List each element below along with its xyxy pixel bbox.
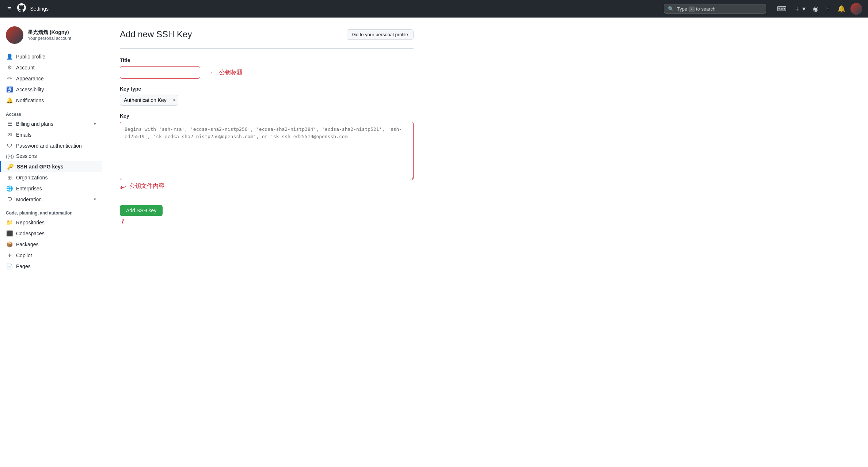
chevron-down-icon: ▾ bbox=[94, 197, 96, 202]
go-to-profile-button[interactable]: Go to your personal profile bbox=[347, 29, 414, 40]
search-icon: 🔍 bbox=[668, 6, 674, 12]
key-type-select-wrapper: Authentication Key Signing Key ▾ bbox=[120, 95, 178, 106]
user-name: 星光熠熠 (Kogny) bbox=[28, 29, 71, 36]
key-icon: 🔑 bbox=[7, 163, 14, 170]
sidebar-item-label: Sessions bbox=[16, 153, 37, 159]
top-navigation: ≡ Settings 🔍 Type / to search ⌨ ＋ ▾ ◉ ⑂ … bbox=[0, 0, 868, 18]
organization-icon: ⊞ bbox=[6, 174, 13, 181]
sidebar-item-appearance[interactable]: ✏ Appearance bbox=[0, 73, 102, 84]
bell-icon: 🔔 bbox=[6, 97, 13, 104]
sidebar-item-label: Enterprises bbox=[16, 186, 42, 191]
circle-dot-icon: ◉ bbox=[813, 5, 819, 13]
title-input[interactable] bbox=[120, 66, 200, 79]
btn-annotation: ↗ bbox=[120, 217, 414, 225]
accessibility-icon: ♿ bbox=[6, 86, 13, 93]
git-pull-request-icon: ⑂ bbox=[826, 5, 830, 13]
sidebar-item-label: Codespaces bbox=[16, 231, 45, 236]
shield-icon: 🛡 bbox=[6, 143, 13, 149]
sidebar-item-label: Repositories bbox=[16, 220, 45, 225]
sidebar-item-account[interactable]: ⚙ Account bbox=[0, 62, 102, 73]
search-text: Type / to search bbox=[677, 6, 762, 12]
add-ssh-key-button[interactable]: Add SSH key bbox=[120, 205, 163, 216]
package-icon: 📦 bbox=[6, 241, 13, 248]
sidebar-item-codespaces[interactable]: ⬛ Codespaces bbox=[0, 228, 102, 239]
key-label: Key bbox=[120, 113, 414, 119]
key-type-section: Key type Authentication Key Signing Key … bbox=[120, 86, 414, 106]
title-label: Title bbox=[120, 57, 414, 63]
sidebar-item-label: Pages bbox=[16, 263, 31, 269]
sidebar-item-password[interactable]: 🛡 Password and authentication bbox=[0, 140, 102, 151]
issues-button[interactable]: ◉ bbox=[811, 3, 821, 14]
user-info: 星光熠熠 (Kogny) Your personal account bbox=[28, 29, 71, 41]
sidebar-item-notifications[interactable]: 🔔 Notifications bbox=[0, 95, 102, 106]
key-area: ↙ 公钥文件内容 bbox=[120, 122, 414, 192]
arrow-annotation: → bbox=[206, 68, 213, 77]
hamburger-button[interactable]: ≡ bbox=[6, 4, 13, 14]
repo-icon: 📁 bbox=[6, 219, 13, 226]
codespaces-icon: ⬛ bbox=[6, 230, 13, 237]
sidebar-item-ssh-gpg[interactable]: 🔑 SSH and GPG keys bbox=[0, 161, 102, 172]
key-section: Key ↙ 公钥文件内容 bbox=[120, 113, 414, 192]
pullrequest-button[interactable]: ⑂ bbox=[824, 4, 832, 14]
user-profile: 星光熠熠 (Kogny) Your personal account bbox=[0, 26, 102, 51]
sidebar-item-public-profile[interactable]: 👤 Public profile bbox=[0, 51, 102, 62]
sidebar-item-repositories[interactable]: 📁 Repositories bbox=[0, 217, 102, 228]
sidebar-item-label: Moderation bbox=[16, 197, 42, 202]
sidebar: 星光熠熠 (Kogny) Your personal account 👤 Pub… bbox=[0, 18, 102, 467]
sidebar-item-label: Billing and plans bbox=[16, 121, 53, 127]
sidebar-item-label: Notifications bbox=[16, 98, 44, 103]
sidebar-item-pages[interactable]: 📄 Pages bbox=[0, 261, 102, 272]
person-icon: 👤 bbox=[6, 53, 13, 60]
sidebar-item-sessions[interactable]: ((•)) Sessions bbox=[0, 151, 102, 161]
sidebar-item-packages[interactable]: 📦 Packages bbox=[0, 239, 102, 250]
sidebar-item-billing[interactable]: ☰ Billing and plans ▾ bbox=[0, 118, 102, 129]
copilot-icon: ✈ bbox=[6, 252, 13, 259]
create-button[interactable]: ＋ ▾ bbox=[792, 3, 808, 15]
sidebar-item-label: SSH and GPG keys bbox=[17, 164, 64, 170]
main-content: Add new SSH Key Go to your personal prof… bbox=[102, 18, 431, 467]
title-annotation: 公钥标题 bbox=[219, 69, 243, 76]
key-type-select[interactable]: Authentication Key Signing Key bbox=[120, 95, 178, 106]
annotation-arrow-up: ↗ bbox=[118, 217, 127, 227]
key-type-label: Key type bbox=[120, 86, 414, 92]
user-avatar bbox=[6, 26, 23, 44]
page-title: Add new SSH Key bbox=[120, 29, 192, 39]
broadcast-icon: ((•)) bbox=[6, 153, 13, 159]
sidebar-item-copilot[interactable]: ✈ Copilot bbox=[0, 250, 102, 261]
sidebar-nav-access: ☰ Billing and plans ▾ ✉ Emails 🛡 Passwor… bbox=[0, 118, 102, 205]
sidebar-item-enterprises[interactable]: 🌐 Enterprises bbox=[0, 183, 102, 194]
pages-icon: 📄 bbox=[6, 263, 13, 270]
terminal-icon: ⌨ bbox=[777, 5, 787, 13]
sidebar-nav-code: 📁 Repositories ⬛ Codespaces 📦 Packages ✈… bbox=[0, 217, 102, 272]
sidebar-item-label: Organizations bbox=[16, 175, 47, 181]
sidebar-item-label: Account bbox=[16, 65, 35, 71]
sidebar-item-label: Copilot bbox=[16, 253, 32, 258]
user-sub: Your personal account bbox=[28, 36, 71, 41]
terminal-button[interactable]: ⌨ bbox=[775, 3, 789, 14]
topnav-actions: ⌨ ＋ ▾ ◉ ⑂ 🔔 bbox=[775, 3, 862, 15]
sidebar-item-moderation[interactable]: 🗨 Moderation ▾ bbox=[0, 194, 102, 205]
sidebar-item-accessibility[interactable]: ♿ Accessibility bbox=[0, 84, 102, 95]
comment-icon: 🗨 bbox=[6, 196, 13, 202]
annotation-arrow-down: ↙ bbox=[118, 181, 129, 193]
access-section-label: Access bbox=[0, 106, 102, 118]
sidebar-item-label: Appearance bbox=[16, 76, 44, 81]
paintbrush-icon: ✏ bbox=[6, 75, 13, 82]
sidebar-item-organizations[interactable]: ⊞ Organizations bbox=[0, 172, 102, 183]
sidebar-item-label: Accessibility bbox=[16, 87, 44, 92]
inbox-icon: 🔔 bbox=[837, 5, 845, 13]
settings-label: Settings bbox=[30, 6, 49, 12]
sidebar-item-label: Public profile bbox=[16, 54, 45, 60]
sidebar-item-emails[interactable]: ✉ Emails bbox=[0, 129, 102, 140]
inbox-button[interactable]: 🔔 bbox=[835, 3, 848, 14]
search-bar[interactable]: 🔍 Type / to search bbox=[664, 4, 766, 14]
sidebar-nav-main: 👤 Public profile ⚙ Account ✏ Appearance … bbox=[0, 51, 102, 106]
sidebar-item-label: Password and authentication bbox=[16, 143, 82, 149]
key-annotation-row: ↙ 公钥文件内容 bbox=[120, 182, 414, 192]
hamburger-icon: ≡ bbox=[7, 5, 11, 12]
globe-icon: 🌐 bbox=[6, 185, 13, 192]
avatar[interactable] bbox=[850, 3, 862, 15]
key-annotation-text: 公钥文件内容 bbox=[129, 182, 164, 190]
title-row: → 公钥标题 bbox=[120, 66, 414, 79]
key-textarea[interactable] bbox=[120, 122, 414, 180]
